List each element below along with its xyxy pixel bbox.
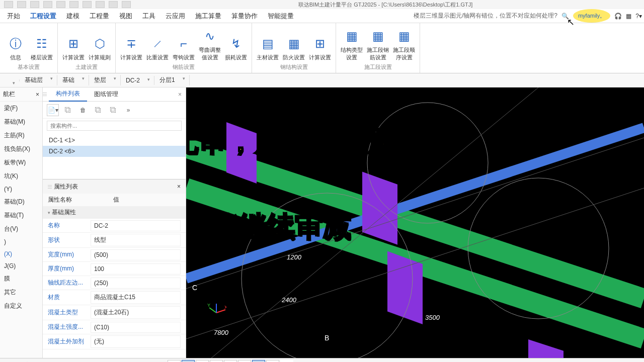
- grid-icon[interactable]: ▦: [626, 13, 631, 20]
- search-input[interactable]: [47, 121, 182, 131]
- view-tool[interactable]: ⊡: [168, 360, 181, 363]
- help-icon[interactable]: ?▾: [635, 13, 642, 20]
- menu-施工算量[interactable]: 施工算量: [190, 10, 226, 23]
- menu-工程量[interactable]: 工程量: [85, 10, 114, 23]
- menu-智能提量[interactable]: 智能提量: [263, 10, 299, 23]
- axis-gizmo[interactable]: XY: [206, 303, 226, 323]
- ribbon-btn-计算设置[interactable]: ⊞计算设置: [61, 25, 86, 62]
- nav-item[interactable]: (X): [0, 248, 42, 260]
- nav-item[interactable]: 基础(M): [0, 115, 42, 129]
- delete-icon[interactable]: 🗑: [77, 104, 89, 116]
- qat-btn[interactable]: [17, 1, 26, 8]
- menu-开始[interactable]: 开始: [2, 10, 25, 23]
- tool-icon[interactable]: ⿻: [92, 104, 104, 116]
- nav-item[interactable]: 基础(D): [0, 195, 42, 209]
- nav-item[interactable]: (Y): [0, 183, 42, 195]
- nav-item[interactable]: 基础(T): [0, 209, 42, 222]
- selector-dropdown[interactable]: 基础层: [20, 75, 57, 85]
- ribbon-btn-主材设置[interactable]: ▤主材设置: [255, 25, 280, 62]
- ribbon-btn-计算规则[interactable]: ⬡计算规则: [87, 25, 112, 62]
- ribbon-btn-施工段顺序设置[interactable]: ▦施工段顺序设置: [391, 25, 417, 62]
- ribbon-btn-计算设置[interactable]: ⊞计算设置: [307, 25, 333, 62]
- menu-工具[interactable]: 工具: [137, 10, 160, 23]
- qat-btn[interactable]: [43, 1, 52, 8]
- qat-btn[interactable]: [122, 1, 131, 8]
- component-item[interactable]: DC-2 <6>: [43, 146, 186, 157]
- component-item[interactable]: DC-1 <1>: [43, 135, 186, 146]
- tab-component-list[interactable]: 构件列表: [49, 87, 87, 102]
- nav-item[interactable]: 自定义: [0, 299, 42, 313]
- qat-btn[interactable]: [4, 1, 13, 8]
- menu-算量协作[interactable]: 算量协作: [226, 10, 263, 23]
- prop-key: 混凝土类型: [48, 307, 91, 318]
- nav-item[interactable]: 主筋(R): [0, 129, 42, 142]
- menu-工程设置[interactable]: 工程设置: [25, 10, 61, 23]
- view-tool[interactable]: ✕: [210, 360, 223, 363]
- nav-item[interactable]: ): [0, 236, 42, 248]
- drag-handle[interactable]: [48, 182, 52, 192]
- tab-drawing-mgmt[interactable]: 图纸管理: [87, 87, 125, 101]
- ribbon-btn-弯曲调整值设置[interactable]: ∿弯曲调整值设置: [197, 25, 222, 62]
- menu-建模[interactable]: 建模: [61, 10, 85, 23]
- nav-item[interactable]: 台(V): [0, 222, 42, 236]
- tool-icon[interactable]: ⿻: [107, 104, 119, 116]
- prop-value[interactable]: (无): [91, 335, 181, 348]
- selector-dropdown[interactable]: 垫层: [89, 75, 121, 85]
- qat-btn[interactable]: [109, 1, 118, 8]
- ribbon-btn-楼层设置[interactable]: ☷楼层设置: [29, 25, 54, 62]
- ribbon-btn-损耗设置[interactable]: ↯损耗设置: [223, 25, 249, 62]
- selector-dropdown[interactable]: 分层1: [154, 75, 190, 85]
- selector-dropdown[interactable]: 基础: [57, 75, 89, 85]
- nav-item[interactable]: 膜: [0, 272, 42, 286]
- 3d-viewport[interactable]: 二审审无审，广联达垫层 这里还能继续审减 1200 2400 3500 7800…: [186, 87, 644, 358]
- nav-item[interactable]: 板带(W): [0, 156, 42, 169]
- new-icon[interactable]: 📄▾: [47, 104, 59, 116]
- ribbon-btn-防火设置[interactable]: ▦防火设置: [281, 25, 306, 62]
- view-tool[interactable]: ⤡: [280, 360, 293, 363]
- nav-item[interactable]: 梁(F): [0, 102, 42, 115]
- view-tool[interactable]: ⊡▾: [238, 360, 251, 363]
- menu-云应用[interactable]: 云应用: [160, 10, 190, 23]
- ribbon-btn-计算设置[interactable]: ∓计算设置: [119, 25, 144, 62]
- help-hint[interactable]: 楼层三维显示图元/轴网有错位，位置不对应如何处理?: [414, 12, 557, 20]
- prop-value[interactable]: (C10): [91, 322, 181, 333]
- nav-item[interactable]: 筏负筋(X): [0, 142, 42, 156]
- menu-视图[interactable]: 视图: [114, 10, 137, 23]
- ribbon-btn-结构类型设置[interactable]: ▦结构类型设置: [339, 25, 364, 62]
- ribbon-btn-信息[interactable]: ⓘ信息: [3, 25, 28, 62]
- prop-value[interactable]: (混凝土20石): [91, 306, 181, 319]
- qat-btn[interactable]: [83, 1, 92, 8]
- nav-item[interactable]: J(G): [0, 260, 42, 272]
- close-icon[interactable]: ×: [177, 183, 181, 190]
- drag-handle[interactable]: [43, 89, 47, 100]
- ribbon-btn-弯钩设置[interactable]: ⌐弯钩设置: [171, 25, 196, 62]
- nav-item[interactable]: 坑(K): [0, 169, 42, 183]
- prop-value[interactable]: 商品混凝土C15: [91, 291, 181, 304]
- qat-btn[interactable]: [30, 1, 39, 8]
- ribbon-btn-施工段钢筋设置[interactable]: ▦施工段钢筋设置: [365, 25, 390, 62]
- qat-btn[interactable]: [56, 1, 65, 8]
- qat-btn[interactable]: [96, 1, 105, 8]
- close-icon[interactable]: ×: [36, 91, 39, 98]
- close-icon[interactable]: ×: [174, 91, 186, 98]
- headset-icon[interactable]: 🎧: [614, 13, 622, 20]
- property-group[interactable]: 基础属性: [43, 206, 186, 219]
- copy-icon[interactable]: ⿻: [62, 104, 74, 116]
- selector-dropdown[interactable]: DC-2: [121, 76, 154, 85]
- view-tool[interactable]: ▢: [182, 360, 195, 363]
- view-tool[interactable]: ▢▾: [196, 360, 209, 363]
- ribbon-btn-比重设置[interactable]: ⟋比重设置: [145, 25, 170, 62]
- prop-value[interactable]: (250): [91, 278, 181, 289]
- view-tool[interactable]: ∠▾: [224, 360, 237, 363]
- qat-btn[interactable]: [69, 1, 78, 8]
- prop-value[interactable]: DC-2: [91, 220, 181, 231]
- selector-dropdown[interactable]: [0, 79, 20, 81]
- more-icon[interactable]: »: [122, 104, 134, 116]
- prop-value[interactable]: 线型: [91, 234, 181, 246]
- view-tool[interactable]: ▣: [252, 360, 265, 363]
- prop-value[interactable]: (500): [91, 249, 181, 260]
- nav-item[interactable]: 其它: [0, 286, 42, 299]
- view-tool[interactable]: ⤢: [266, 360, 279, 363]
- user-badge[interactable]: myfamily。: [573, 9, 610, 23]
- prop-value[interactable]: 100: [91, 263, 181, 275]
